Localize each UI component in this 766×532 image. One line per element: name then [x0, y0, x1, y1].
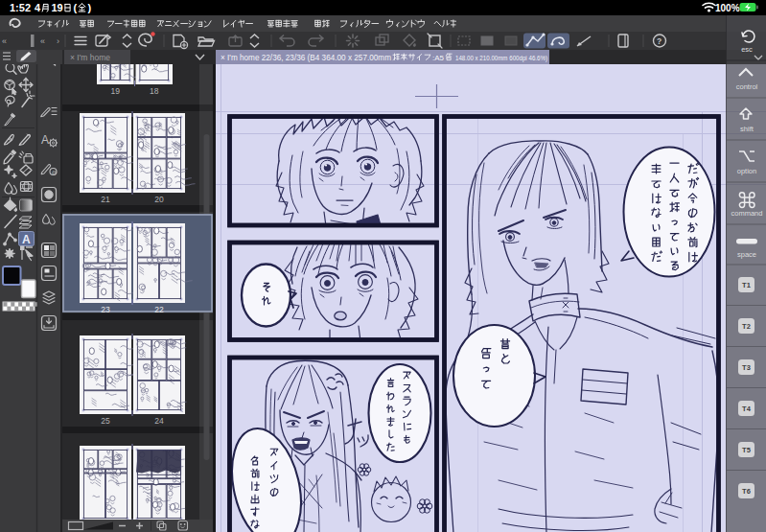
svg-text:21: 21 — [101, 195, 110, 204]
svg-text:shift: shift — [740, 125, 754, 133]
svg-text:space: space — [737, 250, 756, 259]
svg-text:100%: 100% — [715, 3, 740, 13]
svg-text:esc: esc — [741, 45, 753, 54]
svg-text:T3: T3 — [742, 363, 751, 372]
svg-text:22: 22 — [154, 305, 164, 314]
svg-text:›: › — [57, 36, 59, 46]
svg-text:«: « — [2, 36, 7, 46]
svg-text:1:52: 1:52 — [10, 2, 31, 13]
svg-text:A: A — [22, 233, 31, 246]
svg-text::A5: :A5 — [432, 54, 445, 62]
svg-text:?: ? — [657, 36, 662, 46]
svg-text:20: 20 — [154, 195, 164, 204]
svg-text:25: 25 — [101, 416, 110, 426]
svg-text:19: 19 — [52, 2, 63, 13]
svg-text:23: 23 — [101, 305, 110, 314]
svg-text:T1: T1 — [742, 281, 751, 289]
svg-text:× I'm home: × I'm home — [70, 53, 110, 62]
svg-text:command: command — [731, 209, 763, 218]
svg-text:T4: T4 — [742, 405, 752, 413]
svg-text:«: « — [40, 36, 45, 46]
svg-text:@: @ — [52, 170, 58, 175]
svg-text:(: ( — [74, 2, 78, 13]
svg-text:option: option — [737, 167, 756, 175]
svg-text:× I'm home 22/36, 23/36 (B4 36: × I'm home 22/36, 23/36 (B4 364.00 x 257… — [221, 53, 391, 62]
svg-text:19: 19 — [110, 86, 120, 96]
svg-text:T2: T2 — [742, 322, 751, 331]
svg-text:T6: T6 — [742, 487, 751, 496]
svg-text:A: A — [41, 133, 49, 147]
svg-text:24: 24 — [154, 416, 164, 426]
svg-text:18: 18 — [150, 86, 159, 96]
svg-text:control: control — [736, 82, 758, 91]
svg-text:T5: T5 — [742, 446, 751, 454]
svg-text:4: 4 — [35, 2, 41, 13]
svg-text:148.00 x 210.00mm 600dpi 46.6%: 148.00 x 210.00mm 600dpi 46.6%) — [455, 54, 547, 62]
svg-text:): ) — [88, 2, 92, 13]
